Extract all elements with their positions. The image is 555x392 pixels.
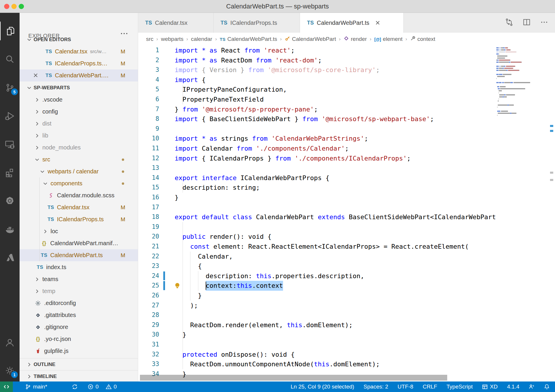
breadcrumb-item-render[interactable]: render [344, 36, 367, 43]
line-number[interactable]: 29 [138, 320, 159, 330]
errors-indicator[interactable]: 0 [88, 381, 99, 392]
tree-row-temp[interactable]: temp [20, 285, 138, 297]
line-number[interactable]: 20 [138, 232, 159, 242]
line-number[interactable]: 15 [138, 183, 159, 193]
code-line[interactable]: 24 description: this.properties.descript… [138, 271, 555, 281]
code-line[interactable]: 20 public render(): void { [138, 232, 555, 242]
line-number[interactable]: 2 [138, 55, 159, 65]
tree-row-yo-rc-json[interactable]: {}.yo-rc.json [20, 333, 138, 345]
line-number[interactable]: 26 [138, 291, 159, 301]
git-branch-indicator[interactable]: main* [25, 381, 47, 392]
azure-button[interactable] [0, 248, 20, 267]
code-line[interactable]: 17 [138, 203, 555, 212]
code-line[interactable]: 1import * as React from 'react'; [138, 46, 555, 55]
breadcrumb-item-calendarwebpart-ts[interactable]: TSCalendarWebPart.ts [220, 36, 277, 42]
account-button[interactable] [0, 333, 20, 352]
code-line[interactable]: 15 description: string; [138, 183, 555, 193]
run-debug-button[interactable] [0, 107, 20, 125]
open-changes-icon[interactable] [505, 18, 514, 28]
breadcrumb-item-calendarwebpart[interactable]: CalendarWebPart [285, 36, 336, 43]
tree-row-teams[interactable]: teams [20, 273, 138, 285]
tree-row-calendarwebpart-manif[interactable]: {}CalendarWebPart.manif… [20, 237, 138, 249]
breadcrumb-item-element[interactable]: [@]element [374, 36, 403, 42]
open-editors-header[interactable]: OPEN EDITORS [20, 34, 138, 46]
tree-row-calendar-tsx[interactable]: TSCalendar.tsxM [20, 201, 138, 213]
remote-explorer-button[interactable] [0, 135, 20, 154]
line-number[interactable]: 13 [138, 163, 159, 173]
tab-icalendarprops-ts[interactable]: TSICalendarProps.ts [214, 13, 300, 33]
line-number[interactable]: 4 [138, 75, 159, 85]
code-line[interactable]: 28 [138, 310, 555, 320]
line-number[interactable]: 30 [138, 330, 159, 340]
code-line[interactable]: 3import { Version } from '@microsoft/sp-… [138, 65, 555, 75]
version-indicator[interactable]: 4.1.4 [507, 384, 519, 390]
workspace-header[interactable]: SP-WEBPARTS [20, 82, 138, 94]
split-editor-icon[interactable] [522, 18, 531, 28]
line-number[interactable]: 16 [138, 193, 159, 203]
encoding-indicator[interactable]: UTF-8 [398, 384, 413, 390]
tree-row-src[interactable]: src [20, 154, 138, 165]
tab-calendar-tsx[interactable]: TSCalendar.tsx [138, 13, 214, 33]
indent-indicator[interactable]: Spaces: 2 [364, 384, 388, 390]
line-number[interactable]: 7 [138, 104, 159, 114]
lightbulb-icon[interactable] [174, 282, 181, 289]
more-actions-icon[interactable] [540, 18, 549, 28]
close-icon[interactable] [374, 20, 381, 26]
tree-row-gitignore[interactable]: .gitignore [20, 321, 138, 333]
source-control-button[interactable]: 5 [0, 78, 20, 97]
code-line[interactable]: 2import * as ReactDom from 'react-dom'; [138, 55, 555, 65]
code-line[interactable]: 22 Calendar, [138, 252, 555, 262]
eol-indicator[interactable]: CRLF [423, 384, 437, 390]
tree-row-gulpfile-js[interactable]: gulpfile.js [20, 345, 138, 357]
line-number[interactable]: 22 [138, 252, 159, 262]
tree-row-components[interactable]: components [20, 177, 138, 189]
code-line[interactable]: 8import { BaseClientSideWebPart } from '… [138, 114, 555, 124]
code-line[interactable]: 16} [138, 193, 555, 203]
line-number[interactable]: 24 [138, 271, 159, 281]
code-line[interactable]: 4import { [138, 75, 555, 85]
search-button[interactable] [0, 50, 20, 69]
tree-row-vscode[interactable]: .vscode [20, 94, 138, 106]
code-line[interactable]: 23 { [138, 261, 555, 271]
tree-row-calendar-module-scss[interactable]: Calendar.module.scss [20, 189, 138, 201]
breadcrumb-item-src[interactable]: src [146, 36, 153, 42]
tree-row-node-modules[interactable]: node_modules [20, 142, 138, 154]
sync-button[interactable] [72, 381, 78, 392]
code-line[interactable]: 29 ReactDom.render(element, this.domElem… [138, 320, 555, 330]
code-line[interactable]: 11import Calendar from './components/Cal… [138, 144, 555, 154]
minimap[interactable] [496, 47, 531, 234]
code-line[interactable]: 21 const element: React.ReactElement<ICa… [138, 242, 555, 252]
line-number[interactable]: 18 [138, 212, 159, 222]
code-line[interactable]: 10import * as strings from 'CalendarWebP… [138, 134, 555, 144]
warnings-indicator[interactable]: 0 [106, 381, 117, 392]
line-number[interactable]: 14 [138, 173, 159, 183]
line-number[interactable]: 5 [138, 85, 159, 95]
language-indicator[interactable]: TypeScript [447, 384, 473, 390]
code-line[interactable]: 30 } [138, 330, 555, 340]
tree-row-webparts-calendar[interactable]: webparts / calendar [20, 165, 138, 177]
code-line[interactable]: 5 IPropertyPaneConfiguration, [138, 85, 555, 95]
close-icon[interactable] [32, 72, 39, 79]
line-number[interactable]: 21 [138, 242, 159, 252]
line-number[interactable]: 31 [138, 340, 159, 350]
code-line[interactable]: 25 context:this.context [138, 281, 555, 291]
open-editor-calendarwebpart[interactable]: TSCalendarWebPart.…M [20, 69, 138, 81]
line-number[interactable]: 1 [138, 46, 159, 55]
open-editor-calendar-tsx[interactable]: TSCalendar.tsxsrc/w…M [20, 46, 138, 58]
line-number[interactable]: 32 [138, 350, 159, 360]
code-line[interactable]: 31 [138, 340, 555, 350]
docker-button[interactable] [0, 220, 20, 238]
tree-row-dist[interactable]: dist [20, 118, 138, 130]
line-number[interactable]: 17 [138, 203, 159, 212]
tree-row-icalendarprops-ts[interactable]: TSICalendarProps.tsM [20, 213, 138, 225]
code-line[interactable]: 13 [138, 163, 555, 173]
code-line[interactable]: 18export default class CalendarWebPart e… [138, 212, 555, 222]
code-line[interactable]: 26 } [138, 291, 555, 301]
code-line[interactable]: 32 protected onDispose(): void { [138, 350, 555, 360]
line-number[interactable]: 12 [138, 154, 159, 163]
open-editor-icalendarprops-ts[interactable]: TSICalendarProps.ts…M [20, 58, 138, 69]
tree-row-editorconfig[interactable]: .editorconfig [20, 297, 138, 309]
line-number[interactable]: 11 [138, 144, 159, 154]
tree-row-config[interactable]: config [20, 106, 138, 118]
code-editor[interactable]: 1import * as React from 'react';2import … [138, 46, 555, 381]
